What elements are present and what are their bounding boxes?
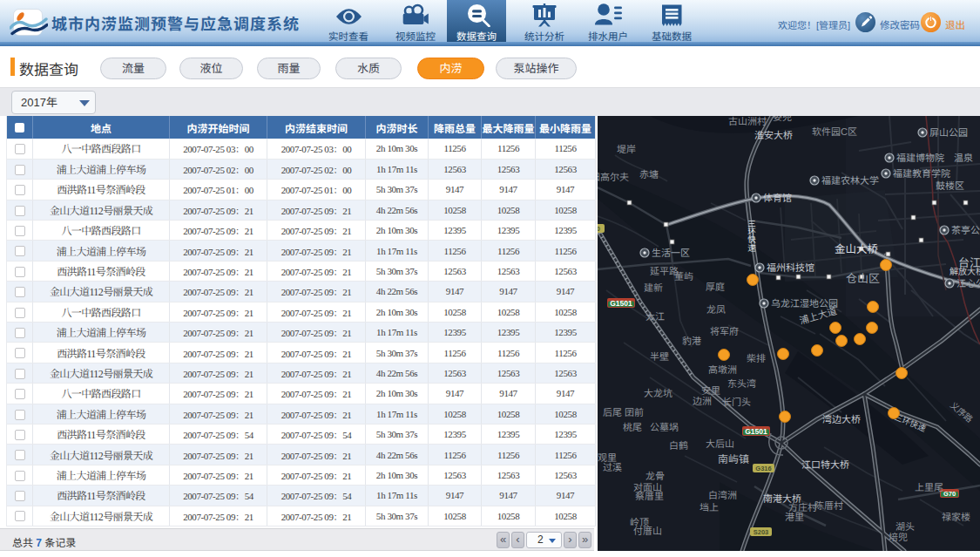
svg-text:赤塘: 赤塘	[639, 166, 659, 180]
svg-text:福建教育学院: 福建教育学院	[893, 166, 950, 180]
svg-text:福建博物院: 福建博物院	[896, 150, 944, 164]
svg-text:G1501: G1501	[610, 299, 632, 308]
svg-text:鼓楼区: 鼓楼区	[936, 178, 964, 192]
svg-text:温泉: 温泉	[954, 150, 973, 164]
svg-text:屏山公园: 屏山公园	[929, 125, 968, 139]
svg-text:体育馆: 体育馆	[763, 190, 792, 204]
svg-text:高墩洲: 高墩洲	[708, 362, 737, 376]
svg-text:长门头: 长门头	[722, 394, 751, 408]
svg-text:建新: 建新	[644, 280, 663, 294]
svg-text:茶亭公: 茶亭公	[951, 222, 980, 236]
svg-text:南屿镇: 南屿镇	[718, 451, 749, 465]
svg-text:培兜: 培兜	[889, 529, 908, 543]
svg-text:白鹤: 白鹤	[669, 438, 688, 452]
svg-text:公墓埚: 公墓埚	[650, 419, 679, 433]
svg-text:0: 0	[598, 226, 600, 232]
svg-text:生活一区: 生活一区	[652, 245, 690, 259]
svg-text:南港大桥: 南港大桥	[763, 491, 801, 505]
svg-text:大龙坑: 大龙坑	[644, 385, 672, 399]
svg-text:软件园C区: 软件园C区	[812, 124, 857, 138]
svg-text:陈厝村: 陈厝村	[814, 498, 843, 512]
svg-text:三环快速: 三环快速	[746, 219, 758, 252]
svg-text:S203: S203	[754, 528, 769, 536]
svg-text:乌龙江湿地公园: 乌龙江湿地公园	[771, 295, 838, 309]
svg-text:G316: G316	[755, 465, 771, 472]
svg-text:半壁: 半壁	[650, 349, 669, 363]
svg-text:垱上: 垱上	[700, 499, 719, 513]
svg-text:大后山: 大后山	[706, 436, 734, 450]
svg-text:港里: 港里	[785, 509, 804, 523]
svg-text:金山大桥: 金山大桥	[835, 240, 879, 256]
svg-text:过溪: 过溪	[603, 459, 622, 473]
svg-text:蔡厝里: 蔡厝里	[635, 488, 664, 502]
svg-text:东头湾: 东头湾	[727, 376, 756, 390]
svg-text:淮安大桥: 淮安大桥	[754, 127, 793, 141]
svg-text:柴排: 柴排	[747, 350, 766, 364]
svg-text:禄家楼: 禄家楼	[942, 509, 970, 523]
svg-text:将军府: 将军府	[710, 323, 739, 337]
svg-text:阳高尔夫: 阳高尔夫	[598, 169, 629, 183]
svg-text:桃尾: 桃尾	[623, 419, 642, 433]
svg-text:后尾: 后尾	[603, 404, 622, 418]
svg-text:囝前: 囝前	[625, 404, 644, 418]
svg-text:上里尾: 上里尾	[915, 479, 943, 493]
svg-text:江心公园: 江心公园	[956, 275, 980, 289]
svg-text:G1501: G1501	[745, 427, 767, 436]
svg-text:龙凤: 龙凤	[706, 302, 726, 316]
svg-text:大江: 大江	[645, 309, 665, 323]
svg-text:厚庭: 厚庭	[706, 279, 725, 293]
svg-text:娄兜: 娄兜	[773, 116, 792, 123]
svg-text:福建农林大学: 福建农林大学	[821, 173, 879, 187]
svg-text:江口特大桥: 江口特大桥	[801, 457, 849, 471]
svg-text:仓山区: 仓山区	[846, 269, 880, 286]
svg-text:G70: G70	[943, 490, 956, 498]
svg-text:付厝山: 付厝山	[633, 523, 662, 537]
svg-text:湾边大桥: 湾边大桥	[822, 411, 861, 425]
svg-text:豹港: 豹港	[682, 333, 701, 347]
svg-text:董屿: 董屿	[674, 268, 693, 282]
svg-text:堤岸: 堤岸	[617, 141, 636, 155]
svg-text:古山洲村: 古山洲村	[728, 116, 767, 127]
svg-text:边洲: 边洲	[693, 393, 712, 407]
svg-text:福州科技馆: 福州科技馆	[767, 260, 814, 274]
